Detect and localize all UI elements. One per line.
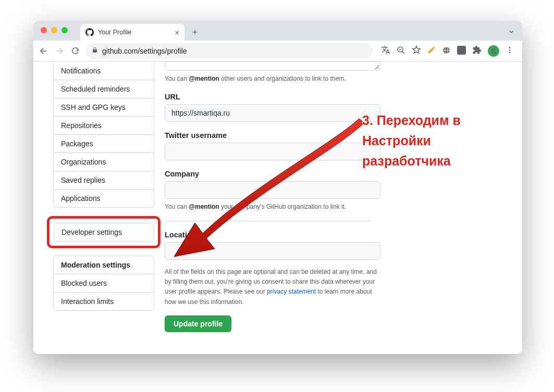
sidebar-item-blocked-users[interactable]: Blocked users [54,274,154,293]
sidebar-item-packages[interactable]: Packages [54,135,154,153]
reload-button[interactable] [70,46,80,55]
sidebar-item-saved-replies[interactable]: Saved replies [54,171,154,189]
sidebar-item-ssh-gpg-keys[interactable]: SSH and GPG keys [54,98,154,117]
svg-line-1 [402,51,404,53]
svg-point-7 [509,49,511,51]
location-label: Location [165,231,371,239]
toolbar-actions: S [378,45,517,57]
maximize-window-button[interactable] [61,27,68,33]
url-input[interactable] [165,104,380,122]
sidebar-item-scheduled-reminders[interactable]: Scheduled reminders [54,80,154,98]
kebab-menu-icon[interactable] [506,46,514,56]
sidebar-header-moderation: Moderation settings [54,256,154,274]
svg-point-8 [509,52,511,53]
disclosure-text: All of the fields on this page are optio… [165,267,380,307]
sidebar-item-repositories[interactable]: Repositories [54,117,154,135]
github-icon [85,28,94,36]
annotation-highlight-box: Developer settings [47,216,161,248]
sidebar-item-organizations[interactable]: Organizations [54,153,154,171]
back-button[interactable] [39,46,49,56]
globe-icon[interactable] [442,46,451,56]
divider [165,221,371,221]
company-hint: You can @mention your company's GitHub o… [165,202,371,211]
minimize-window-button[interactable] [51,27,57,33]
translate-icon[interactable] [381,45,390,56]
extension-box-icon[interactable] [457,46,466,56]
sidebar-item-applications[interactable]: Applications [54,189,154,207]
close-window-button[interactable] [41,27,47,33]
sidebar-item-notifications[interactable]: Notifications [54,61,154,80]
sidebar-item-interaction-limits[interactable]: Interaction limits [54,293,154,310]
browser-tab[interactable]: Your Profile × [80,24,184,41]
sidebar-group-main: Notifications Scheduled reminders SSH an… [53,61,154,208]
bio-textarea[interactable] [165,61,380,71]
bio-hint: You can @mention other users and organiz… [165,74,371,83]
twitter-label: Twitter username [165,131,371,140]
close-tab-icon[interactable]: × [175,28,179,37]
pencil-icon[interactable] [427,46,436,56]
zoom-icon[interactable] [397,46,405,56]
window-controls [41,27,68,33]
page-content: Notifications Scheduled reminders SSH an… [33,61,522,354]
browser-toolbar: github.com/settings/profile S [33,41,522,61]
privacy-statement-link[interactable]: privacy statement [267,288,316,295]
forward-button[interactable] [54,46,65,56]
settings-sidebar: Notifications Scheduled reminders SSH an… [53,61,154,354]
sidebar-item-developer-settings[interactable]: Developer settings [54,223,153,241]
tabs-chevron-icon[interactable] [508,28,515,37]
star-icon[interactable] [412,45,421,56]
company-label: Company [165,170,371,178]
svg-point-6 [509,47,511,48]
new-tab-button[interactable]: + [188,25,202,40]
browser-window: Your Profile × + github.com/settings/pro… [33,21,522,354]
update-profile-button[interactable]: Update profile [165,315,231,332]
address-bar[interactable]: github.com/settings/profile [85,43,373,59]
sidebar-group-developer: Developer settings [54,223,154,242]
twitter-input[interactable] [165,143,380,160]
url-text: github.com/settings/profile [102,47,187,55]
sidebar-group-moderation: Moderation settings Blocked users Intera… [53,256,154,311]
tab-title: Your Profile [98,29,131,36]
company-input[interactable] [165,181,380,199]
puzzle-icon[interactable] [472,45,482,56]
location-input[interactable] [165,242,380,260]
lock-icon [92,46,98,55]
titlebar: Your Profile × + [33,21,522,41]
profile-avatar[interactable]: S [488,45,499,57]
url-label: URL [165,93,371,101]
profile-form: You can @mention other users and organiz… [154,61,384,354]
